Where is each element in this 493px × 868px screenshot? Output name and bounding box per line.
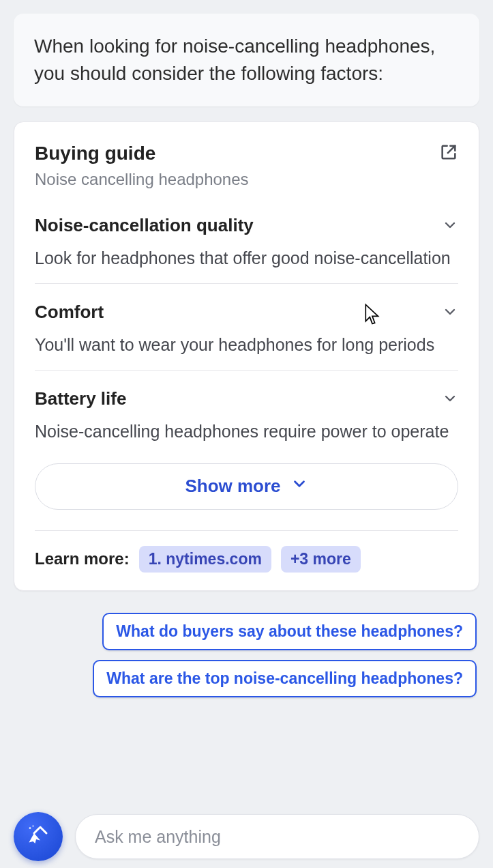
source-chip-more[interactable]: +3 more bbox=[281, 546, 361, 573]
learn-more-row: Learn more: 1. nytimes.com +3 more bbox=[35, 530, 458, 590]
suggestion-buyers-say[interactable]: What do buyers say about these headphone… bbox=[102, 613, 477, 650]
show-more-button[interactable]: Show more bbox=[35, 463, 458, 510]
assistant-message-text: When looking for noise-cancelling headph… bbox=[34, 33, 459, 87]
guide-section-noise-cancellation[interactable]: Noise-cancellation quality Look for head… bbox=[35, 197, 458, 283]
chat-input[interactable] bbox=[75, 814, 479, 859]
guide-title: Buying guide bbox=[35, 143, 249, 164]
suggestion-list: What do buyers say about these headphone… bbox=[14, 613, 479, 697]
broom-icon bbox=[26, 823, 50, 850]
buying-guide-card: Buying guide Noise cancelling headphones… bbox=[14, 121, 479, 591]
section-body: Look for headphones that offer good nois… bbox=[35, 248, 458, 268]
external-link-icon[interactable] bbox=[439, 143, 458, 162]
guide-subtitle: Noise cancelling headphones bbox=[35, 170, 249, 189]
guide-section-battery[interactable]: Battery life Noise-cancelling headphones… bbox=[35, 370, 458, 457]
chevron-down-icon bbox=[442, 304, 458, 320]
svg-point-1 bbox=[32, 825, 33, 826]
section-title: Noise-cancellation quality bbox=[35, 215, 254, 236]
section-title: Battery life bbox=[35, 388, 126, 409]
learn-more-label: Learn more: bbox=[35, 549, 130, 568]
svg-point-0 bbox=[29, 827, 31, 829]
chevron-down-icon bbox=[442, 390, 458, 407]
source-chip-nytimes[interactable]: 1. nytimes.com bbox=[139, 546, 271, 573]
chevron-down-icon bbox=[290, 475, 308, 497]
chevron-down-icon bbox=[442, 217, 458, 233]
suggestion-top-headphones[interactable]: What are the top noise-cancelling headph… bbox=[93, 660, 477, 697]
show-more-label: Show more bbox=[185, 476, 280, 497]
section-body: You'll want to wear your headphones for … bbox=[35, 335, 458, 355]
section-title: Comfort bbox=[35, 302, 104, 323]
assistant-message-card: When looking for noise-cancelling headph… bbox=[14, 14, 479, 106]
section-body: Noise-cancelling headphones require powe… bbox=[35, 422, 458, 442]
new-topic-button[interactable] bbox=[14, 812, 63, 861]
guide-header: Buying guide Noise cancelling headphones bbox=[35, 143, 458, 189]
composer bbox=[14, 812, 479, 861]
guide-section-comfort[interactable]: Comfort You'll want to wear your headpho… bbox=[35, 283, 458, 370]
